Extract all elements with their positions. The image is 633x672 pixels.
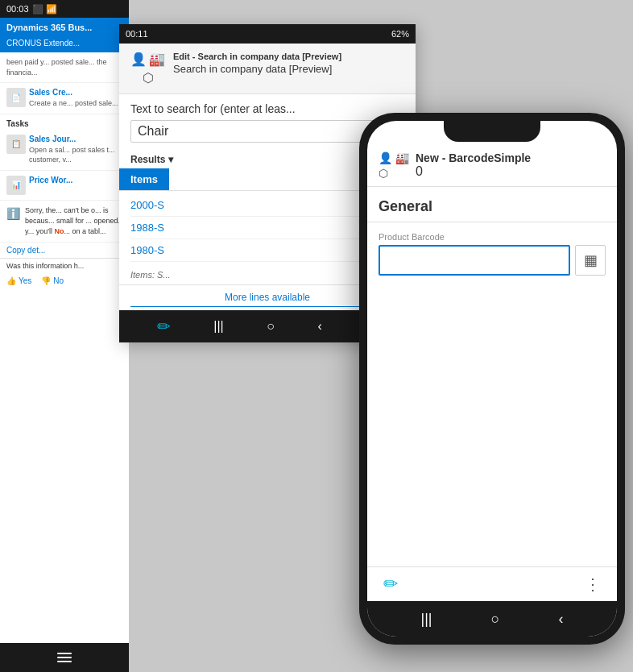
tasks-label: Tasks — [0, 114, 129, 130]
back-status-icons: ⬛ 📶 — [32, 4, 57, 15]
copy-details-link[interactable]: Copy det... — [0, 243, 129, 258]
barcode-scan-button[interactable]: ▦ — [575, 245, 606, 276]
back-time: 00:03 — [6, 4, 29, 14]
phone-dots-icon[interactable]: ⋮ — [585, 575, 601, 594]
info-circle-icon: ℹ️ — [6, 207, 20, 237]
tab-items[interactable]: Items — [119, 168, 169, 190]
phone-header-icons: 👤 🏭 ⬡ — [379, 151, 409, 180]
back-price-work[interactable]: 📊 Price Wor... — [0, 171, 129, 201]
phone-pencil-icon[interactable]: ✏ — [383, 574, 398, 595]
barcode-icon: ▦ — [584, 251, 598, 269]
back-sales-credit-text: Create a ne... posted sale... — [29, 98, 118, 109]
search-time: 00:11 — [126, 29, 148, 39]
no-button[interactable]: 👎 No — [41, 276, 64, 285]
sales-credit-icon: 📄 — [6, 88, 26, 107]
phone-device: 👤 🏭 ⬡ New - BarcodeSimple 0 General Prod… — [343, 113, 633, 645]
back-sales-journal[interactable]: 📋 Sales Jour... Open a sal... post sales… — [0, 130, 129, 171]
nav-back-icon[interactable]: ‹ — [317, 319, 321, 334]
error-box: ℹ️ Sorry, the... can't be o... is becaus… — [0, 201, 129, 243]
phone-building-icon: 🏭 — [395, 151, 409, 164]
phone-header-text: New - BarcodeSimple 0 — [416, 151, 531, 179]
back-status-bar: 00:03 ⬛ 📶 — [0, 0, 129, 18]
cube-icon: ⬡ — [143, 70, 154, 85]
phone-bottom-actions: ✏ ⋮ — [367, 566, 617, 601]
back-price-work-title: Price Wor... — [29, 176, 72, 185]
back-app-name: Dynamics 365 Bus... — [0, 18, 129, 37]
back-sales-credit: 📄 Sales Cre... Create a ne... posted sal… — [0, 83, 129, 114]
back-sales-journal-text: Open a sal... post sales t... customer, … — [29, 145, 122, 165]
thumbs-up-icon: 👍 — [6, 276, 16, 285]
sales-journal-icon: 📋 — [6, 135, 26, 154]
phone-screen: 👤 🏭 ⬡ New - BarcodeSimple 0 General Prod… — [367, 121, 617, 637]
person-building-icon: 👤 🏭 — [130, 52, 165, 67]
phone-nav-bar: ||| ○ ‹ — [367, 601, 617, 637]
phone-barcode-input[interactable] — [379, 245, 570, 276]
phone-outer: 👤 🏭 ⬡ New - BarcodeSimple 0 General Prod… — [359, 113, 625, 645]
search-battery: 62% — [391, 29, 409, 39]
phone-barcode-subtitle: 0 — [416, 164, 531, 179]
nav-hamburger-icon — [57, 653, 72, 662]
person-icon: 👤 — [130, 52, 147, 67]
phone-nav-home-icon[interactable]: ○ — [491, 611, 500, 628]
thumbs-down-icon: 👎 — [41, 276, 51, 285]
phone-nav-back-icon[interactable]: ‹ — [558, 611, 563, 628]
back-nav-bar — [0, 643, 129, 672]
phone-notch — [444, 121, 540, 142]
phone-field-label: Product Barcode — [367, 222, 617, 245]
back-sales-credit-title: Sales Cre... — [29, 88, 118, 97]
yes-no-row: 👍 Yes 👎 No — [0, 273, 129, 288]
was-this-helpful: Was this information h... — [0, 258, 129, 273]
search-header: 👤 🏭 ⬡ Edit - Search in company data [Pre… — [119, 44, 416, 94]
phone-nav-bars-icon[interactable]: ||| — [421, 611, 432, 628]
phone-content: 👤 🏭 ⬡ New - BarcodeSimple 0 General Prod… — [367, 121, 617, 637]
nav-home-icon[interactable]: ○ — [267, 319, 275, 334]
phone-person-icon: 👤 — [379, 151, 392, 164]
search-edit-label: Edit - Search in company data [Preview] — [173, 52, 341, 61]
yes-button[interactable]: 👍 Yes — [6, 276, 31, 285]
building-icon: 🏭 — [149, 52, 165, 67]
phone-person-building-row: 👤 🏭 — [379, 151, 409, 164]
price-work-icon: 📊 — [6, 176, 26, 195]
back-financials-text: been paid y... posted sale... the financ… — [6, 57, 122, 77]
phone-field-input-row: ▦ — [367, 245, 617, 276]
search-subtitle: Search in company data [Preview] — [173, 63, 341, 75]
pencil-icon[interactable]: ✏ — [157, 317, 171, 336]
nav-bars-icon[interactable]: ||| — [213, 319, 223, 334]
phone-cube-icon: ⬡ — [379, 167, 409, 180]
search-header-icons: 👤 🏭 ⬡ — [130, 52, 165, 85]
search-header-text: Edit - Search in company data [Preview] … — [173, 52, 341, 75]
back-company-name: CRONUS Extende... — [0, 37, 129, 52]
error-text: Sorry, the... can't be o... is becaus...… — [25, 205, 122, 237]
back-financials-section: been paid y... posted sale... the financ… — [0, 52, 129, 83]
phone-section-general: General — [367, 187, 617, 222]
search-status-bar: 00:11 62% — [119, 24, 416, 44]
error-note: No — [55, 227, 64, 235]
phone-header: 👤 🏭 ⬡ New - BarcodeSimple 0 — [367, 145, 617, 187]
phone-new-barcode-title: New - BarcodeSimple — [416, 151, 531, 164]
back-sales-journal-title: Sales Jour... — [29, 135, 122, 143]
back-screen: 00:03 ⬛ 📶 Dynamics 365 Bus... CRONUS Ext… — [0, 0, 129, 672]
